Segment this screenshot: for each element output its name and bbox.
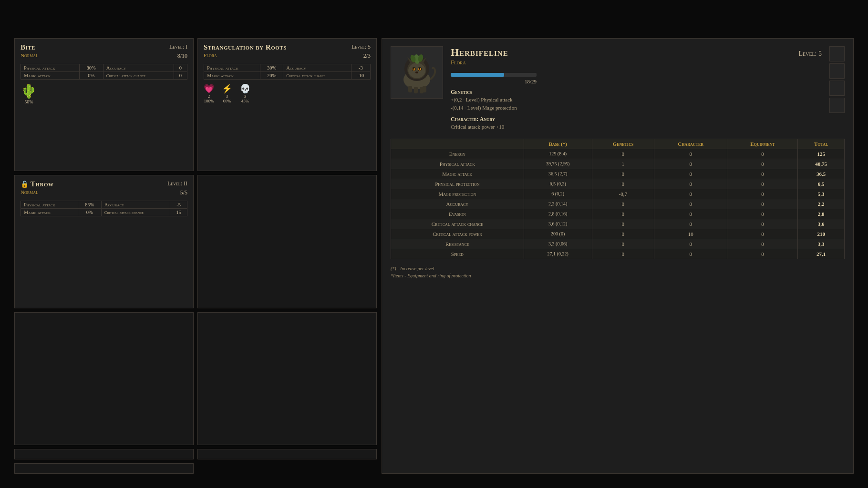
- stats-base-2: 36,5 (2,7): [524, 169, 592, 179]
- phys-val-throw: 85%: [78, 201, 101, 209]
- crit-val-bite: 0: [174, 72, 187, 80]
- stats-table-container: Base (*) Genetics Character Equipment To…: [391, 136, 845, 259]
- svg-point-8: [413, 68, 414, 70]
- stats-label-0: Energy: [391, 149, 524, 159]
- skill-uses-throw: 5/5: [180, 189, 187, 198]
- inv-slot-4[interactable]: [829, 98, 845, 113]
- stats-base-0: 125 (8,4): [524, 149, 592, 159]
- skill-card-empty1[interactable]: [197, 175, 377, 308]
- stats-genetics-6: 0: [592, 209, 654, 219]
- stats-row-10: Speed 27,1 (0,22) 0 0 0 27,1: [391, 249, 845, 259]
- stats-label-7: Critical attack chance: [391, 219, 524, 229]
- svg-point-3: [408, 63, 425, 78]
- skill-uses-bite: 8/10: [177, 52, 187, 61]
- stats-base-9: 3,3 (0,06): [524, 239, 592, 249]
- skill-card-empty2[interactable]: [14, 312, 194, 445]
- stats-row-7: Critical attack chance 3,6 (0,12) 0 0 0 …: [391, 219, 845, 229]
- stats-row-5: Accuracy 2,2 (0,14) 0 0 0 2,2: [391, 199, 845, 209]
- stats-character-4: 0: [654, 189, 727, 199]
- stats-label-4: Mage protection: [391, 189, 524, 199]
- skill-card-empty5[interactable]: [197, 449, 377, 459]
- svg-point-9: [419, 68, 420, 70]
- footnote2: *Items - Equipment and ring of protectio…: [391, 273, 845, 278]
- magic-label: Magic attack: [21, 72, 80, 80]
- stats-genetics-7: 0: [592, 219, 654, 229]
- phys-val-strangulation: 30%: [260, 64, 283, 72]
- skill-level-strangulation: Level: 5: [351, 43, 371, 51]
- stats-genetics-3: 0: [592, 179, 654, 189]
- stats-character-7: 0: [654, 219, 727, 229]
- skill-card-bite[interactable]: Bite Level: I Normal 8/10 Physical attac…: [14, 38, 194, 171]
- stats-total-2: 36,5: [798, 169, 845, 179]
- stats-character-10: 0: [654, 249, 727, 259]
- creature-name: Herbifeline: [451, 46, 508, 59]
- stats-base-3: 6,5 (0,2): [524, 179, 592, 189]
- skill-type-throw: Normal: [21, 189, 38, 195]
- stats-base-1: 39,75 (2,95): [524, 159, 592, 169]
- acc-val-strangulation: -3: [351, 64, 370, 72]
- stats-character-9: 0: [654, 239, 727, 249]
- phys-label: Physical attack: [21, 64, 80, 72]
- skill-stats-strangulation: Physical attack 30% Accuracy -3 Magic at…: [204, 64, 371, 80]
- stats-equipment-1: 0: [727, 159, 798, 169]
- inventory-slots: [829, 46, 845, 113]
- skill-type-bite: Normal: [21, 52, 38, 58]
- creature-header: Herbifeline Level: 5 Flora 18/29 Genetic…: [391, 46, 845, 131]
- skill-card-empty3[interactable]: [197, 312, 377, 445]
- stats-genetics-2: 0: [592, 169, 654, 179]
- magic-val-strangulation: 20%: [260, 72, 283, 80]
- stats-genetics-9: 0: [592, 239, 654, 249]
- skill-card-empty4[interactable]: [14, 449, 194, 459]
- stats-total-3: 6,5: [798, 179, 845, 189]
- col-header-total: Total: [798, 139, 845, 149]
- stats-label-3: Physical protection: [391, 179, 524, 189]
- col-header-stat: [391, 139, 524, 149]
- stats-base-7: 3,6 (0,12): [524, 219, 592, 229]
- skill-icons-bite: 🌵 50%: [21, 83, 187, 104]
- stats-total-7: 3,6: [798, 219, 845, 229]
- skill-card-empty6[interactable]: [14, 463, 194, 474]
- creature-panel: Herbifeline Level: 5 Flora 18/29 Genetic…: [382, 38, 854, 474]
- stats-row-0: Energy 125 (8,4) 0 0 0 125: [391, 149, 845, 159]
- skill-title-bite: Bite: [21, 43, 35, 51]
- genetics-line1: +(0,2 · Level) Physical attack: [451, 96, 822, 104]
- skill-card-strangulation[interactable]: Strangulation by Roots Level: 5 Flora 2/…: [197, 38, 377, 171]
- inv-slot-3[interactable]: [829, 81, 845, 96]
- col-header-equipment: Equipment: [727, 139, 798, 149]
- cactus-val-bite: 50%: [24, 99, 33, 104]
- svg-rect-16: [423, 86, 426, 92]
- skill-card-throw[interactable]: 🔒 Throw Level: II Normal 5/5 Physical at…: [14, 175, 194, 308]
- stats-genetics-5: 0: [592, 199, 654, 209]
- col-header-base: Base (*): [524, 139, 592, 149]
- phys-val-bite: 80%: [79, 64, 103, 72]
- stats-label-2: Magic attack: [391, 169, 524, 179]
- stats-base-4: 6 (0,2): [524, 189, 592, 199]
- footnote1: (*) - Increase per level: [391, 266, 845, 271]
- stats-character-6: 0: [654, 209, 727, 219]
- character-line: Critical attack power +10: [451, 123, 822, 131]
- stats-character-5: 0: [654, 199, 727, 209]
- creature-level: Level: 5: [799, 50, 822, 58]
- stats-row-6: Evasion 2,8 (0,16) 0 0 0 2,8: [391, 209, 845, 219]
- inv-slot-1[interactable]: [829, 46, 845, 61]
- lock-icon-throw: 🔒: [21, 180, 29, 188]
- acc-val-throw: -5: [170, 201, 187, 209]
- stats-total-4: 5,3: [798, 189, 845, 199]
- magic-val-throw: 0%: [78, 209, 101, 216]
- hp-bar-track: [451, 73, 537, 77]
- stats-genetics-8: 0: [592, 229, 654, 239]
- stats-total-8: 210: [798, 229, 845, 239]
- hp-bar-container: 18/29: [451, 70, 822, 84]
- stats-equipment-0: 0: [727, 149, 798, 159]
- stats-genetics-0: 0: [592, 149, 654, 159]
- stats-base-8: 200 (0): [524, 229, 592, 239]
- col-header-genetics: Genetics: [592, 139, 654, 149]
- inv-slot-2[interactable]: [829, 63, 845, 79]
- stats-character-0: 0: [654, 149, 727, 159]
- stats-base-5: 2,2 (0,14): [524, 199, 592, 209]
- genetics-line2: -(0,14 · Level) Mage protection: [451, 104, 822, 112]
- svg-rect-14: [414, 87, 418, 93]
- stats-label-6: Evasion: [391, 209, 524, 219]
- stats-equipment-3: 0: [727, 179, 798, 189]
- svg-rect-13: [408, 86, 412, 92]
